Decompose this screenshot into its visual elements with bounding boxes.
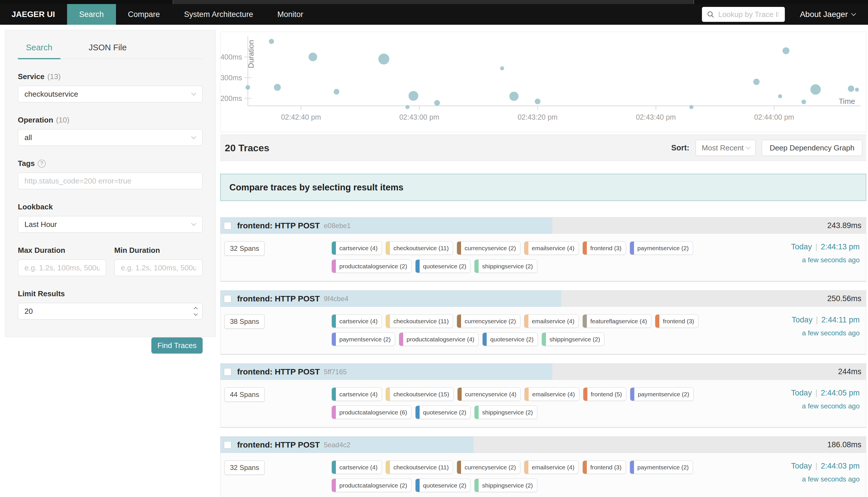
service-tag-productcatalogservice: productcatalogservice (4) xyxy=(399,332,479,346)
trace-scatter-point[interactable] xyxy=(848,85,854,92)
search-icon xyxy=(706,10,715,18)
trace-select-checkbox[interactable] xyxy=(224,295,232,302)
chevron-down-icon xyxy=(191,134,196,139)
trace-card: frontend: HTTP POST 5ead4c2 186.08ms 32 … xyxy=(220,436,866,497)
trace-relative-time: a few seconds ago xyxy=(723,402,860,410)
trace-card-body: 38 Spans cartservice (4)checkoutservice … xyxy=(221,307,866,354)
service-tag-checkoutservice: checkoutservice (11) xyxy=(386,314,453,328)
service-color-swatch xyxy=(524,315,528,328)
trace-scatter-point[interactable] xyxy=(689,105,693,109)
trace-day-link[interactable]: Today xyxy=(791,388,812,397)
service-color-swatch xyxy=(332,406,336,419)
deep-dependency-graph-button[interactable]: Deep Dependency Graph xyxy=(762,140,862,156)
trace-scatter-point[interactable] xyxy=(535,99,541,104)
nav-item-monitor[interactable]: Monitor xyxy=(265,4,316,25)
trace-time-link[interactable]: 2:44:03 pm xyxy=(821,462,860,470)
service-color-swatch xyxy=(630,242,634,255)
trace-lookup-input[interactable] xyxy=(718,10,779,19)
trace-time-link[interactable]: 2:44:05 pm xyxy=(821,388,860,397)
trace-day-link[interactable]: Today xyxy=(792,315,812,324)
trace-time-link[interactable]: 2:44:13 pm xyxy=(821,242,860,251)
trace-lookup-box[interactable] xyxy=(702,7,785,22)
trace-timestamps: Today|2:44:05 pm a few seconds ago xyxy=(723,387,862,419)
trace-select-checkbox[interactable] xyxy=(224,368,232,375)
service-select[interactable]: checkoutservice xyxy=(18,86,202,102)
trace-day-link[interactable]: Today xyxy=(791,462,812,470)
trace-card-header[interactable]: frontend: HTTP POST 5ff7165 244ms xyxy=(221,364,866,380)
trace-scatter-point[interactable] xyxy=(269,39,274,44)
trace-duration: 186.08ms xyxy=(827,440,862,449)
trace-time-link[interactable]: 2:44:11 pm xyxy=(821,315,860,324)
operation-label: Operation (10) xyxy=(18,116,202,125)
trace-id: e08ebe1 xyxy=(324,222,351,230)
trace-scatter-point[interactable] xyxy=(378,54,389,65)
trace-scatter-point[interactable] xyxy=(855,88,859,92)
sort-select[interactable]: Most Recent xyxy=(696,140,755,156)
sidebar-tab-search[interactable]: Search xyxy=(18,41,60,59)
sidebar-tabs: SearchJSON File xyxy=(18,41,202,59)
trace-scatter-point[interactable] xyxy=(246,85,250,90)
trace-title: frontend: HTTP POST xyxy=(237,367,320,377)
span-count-pill: 44 Spans xyxy=(224,387,265,402)
compare-banner: Compare traces by selecting result items xyxy=(220,174,866,201)
service-tag-frontend: frontend (3) xyxy=(583,241,626,255)
trace-card-header[interactable]: frontend: HTTP POST e08ebe1 243.89ms xyxy=(221,217,866,234)
nav-item-search[interactable]: Search xyxy=(67,4,116,25)
lookback-select-value: Last Hour xyxy=(25,220,57,229)
trace-card-header[interactable]: frontend: HTTP POST 9f4cbe4 250.56ms xyxy=(221,290,866,307)
nav-menu: SearchCompareSystem ArchitectureMonitor xyxy=(67,4,316,25)
trace-scatter-point[interactable] xyxy=(778,94,782,98)
sort-label: Sort: xyxy=(671,143,689,153)
service-tag-currencyservice: currencyservice (2) xyxy=(457,460,520,474)
trace-scatter-point[interactable] xyxy=(406,105,409,109)
min-duration-input[interactable] xyxy=(121,264,196,272)
service-color-swatch xyxy=(386,242,390,255)
help-icon[interactable]: ? xyxy=(38,160,46,168)
limit-results-input[interactable] xyxy=(25,307,196,316)
duration-scatter-chart[interactable]: 200ms300ms400ms02:42:40 pm02:43:00 pm02:… xyxy=(221,32,866,132)
about-jaeger-menu[interactable]: About Jaeger xyxy=(800,10,855,19)
lookback-select[interactable]: Last Hour xyxy=(18,216,202,233)
service-tag-checkoutservice: checkoutservice (15) xyxy=(386,387,453,401)
operation-select[interactable]: all xyxy=(18,129,202,146)
min-duration-field xyxy=(114,259,202,276)
service-tag-cartservice: cartservice (4) xyxy=(332,460,382,474)
trace-scatter-point[interactable] xyxy=(309,53,317,61)
sidebar-tab-json-file[interactable]: JSON File xyxy=(81,41,135,59)
service-color-swatch xyxy=(583,315,587,328)
chevron-down-icon xyxy=(746,145,751,150)
trace-id: 5ead4c2 xyxy=(324,441,350,449)
service-color-swatch xyxy=(583,242,587,255)
trace-scatter-point[interactable] xyxy=(500,67,504,70)
service-color-swatch xyxy=(542,333,546,346)
max-duration-input[interactable] xyxy=(25,264,100,272)
x-tick-label: 02:44:00 pm xyxy=(754,113,794,121)
trace-scatter-point[interactable] xyxy=(509,92,519,101)
trace-timestamps: Today|2:44:03 pm a few seconds ago xyxy=(723,460,862,492)
trace-select-checkbox[interactable] xyxy=(224,441,232,449)
span-count-pill: 32 Spans xyxy=(224,460,265,475)
trace-scatter-point[interactable] xyxy=(783,47,789,54)
trace-scatter-point[interactable] xyxy=(434,100,440,106)
service-color-swatch xyxy=(386,315,390,328)
number-stepper[interactable] xyxy=(194,308,197,315)
service-color-swatch xyxy=(332,333,336,346)
trace-day-link[interactable]: Today xyxy=(791,242,812,251)
trace-scatter-point[interactable] xyxy=(801,100,806,104)
tags-input[interactable] xyxy=(25,176,196,185)
trace-card-header[interactable]: frontend: HTTP POST 5ead4c2 186.08ms xyxy=(221,437,866,453)
trace-scatter-point[interactable] xyxy=(753,79,759,85)
nav-item-compare[interactable]: Compare xyxy=(116,4,172,25)
x-tick-label: 02:42:40 pm xyxy=(281,113,321,121)
service-tag-productcatalogservice: productcatalogservice (2) xyxy=(332,259,411,273)
span-count-pill: 38 Spans xyxy=(224,314,265,329)
trace-scatter-point[interactable] xyxy=(810,84,821,95)
trace-scatter-point[interactable] xyxy=(408,91,418,101)
trace-scatter-point[interactable] xyxy=(274,84,281,91)
find-traces-button[interactable]: Find Traces xyxy=(151,337,202,354)
trace-select-checkbox[interactable] xyxy=(224,222,232,229)
nav-item-system-architecture[interactable]: System Architecture xyxy=(172,4,265,25)
top-nav: JAEGER UI SearchCompareSystem Architectu… xyxy=(0,4,868,25)
trace-scatter-point[interactable] xyxy=(334,89,339,95)
service-color-swatch xyxy=(458,388,462,401)
